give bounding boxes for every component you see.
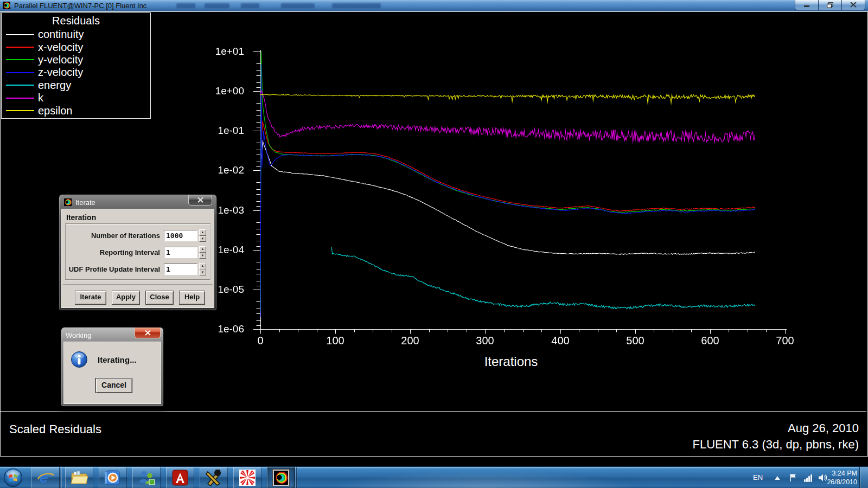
udf-profile-update-interval-label: UDF Profile Update Interval — [69, 265, 160, 273]
working-close-button[interactable] — [135, 328, 161, 338]
spinner: ▲ ▼ — [199, 229, 206, 242]
dialog-separator — [63, 284, 213, 285]
reporting-interval-label: Reporting Interval — [100, 248, 160, 256]
internet-explorer-icon: e — [36, 468, 55, 487]
x-velocity-line-swatch — [6, 47, 34, 48]
continuity-line-swatch — [6, 34, 34, 35]
legend-item: k — [2, 92, 150, 104]
show-desktop-button[interactable] — [859, 467, 868, 488]
reporting-interval-input[interactable] — [164, 247, 197, 258]
dialog-buttons: Iterate Apply Close Help — [62, 290, 214, 305]
fluent-app-icon — [3, 2, 10, 9]
spinner: ▲ ▼ — [199, 246, 206, 259]
close-button[interactable] — [841, 0, 865, 10]
window-title: Parallel FLUENT@WIN7-PC [0] Fluent Inc — [14, 2, 146, 10]
spinner-down-icon[interactable]: ▼ — [199, 269, 206, 276]
show-hidden-icons-button[interactable] — [775, 476, 780, 480]
iterate-button[interactable]: Iterate — [75, 291, 106, 305]
plot-date: Aug 26, 2010 — [788, 421, 859, 435]
x-tick-label: 600 — [688, 335, 732, 347]
y-tick-label: 1e+00 — [179, 85, 244, 97]
legend-item: energy — [2, 79, 150, 92]
epsilon-line-swatch — [6, 110, 34, 111]
legend-item: y-velocity — [2, 54, 150, 66]
adobe-reader-icon — [171, 468, 189, 487]
iterate-dialog-body: Iteration Number of Iterations ▲ ▼ Repor… — [61, 209, 214, 308]
media-player-icon — [104, 468, 122, 487]
solver-version: FLUENT 6.3 (3d, dp, pbns, rke) — [692, 438, 859, 452]
iterate-close-button[interactable] — [188, 195, 212, 206]
legend-item: x-velocity — [2, 41, 150, 53]
working-dialog[interactable]: Working Iterating... Cancel — [61, 327, 164, 407]
spinner-down-icon[interactable]: ▼ — [199, 236, 206, 242]
taskbar-fluent-button[interactable] — [267, 467, 295, 488]
apply-button[interactable]: Apply — [112, 291, 140, 305]
form-row: UDF Profile Update Interval ▲ ▼ — [66, 261, 210, 278]
y-tick-label: 1e-06 — [179, 323, 244, 335]
x-axis-label: Iterations — [457, 354, 565, 369]
window-titlebar[interactable]: Parallel FLUENT@WIN7-PC [0] Fluent Inc — [0, 0, 868, 12]
cancel-button[interactable]: Cancel — [95, 378, 132, 393]
taskbar: e — [0, 466, 868, 488]
language-indicator[interactable]: EN — [753, 473, 763, 481]
clock-date: 26/8/2010 — [820, 478, 857, 486]
taskbar-clock[interactable]: 3:24 PM 26/8/2010 — [820, 469, 857, 486]
window-stack-indicator — [295, 467, 298, 488]
x-tick-label: 400 — [539, 335, 582, 347]
taskbar-windows-explorer-button[interactable] — [65, 467, 93, 488]
number-of-iterations-input[interactable] — [164, 230, 197, 241]
x-tick-label: 100 — [314, 335, 357, 347]
help-button[interactable]: Help — [179, 291, 205, 305]
k-line-swatch — [6, 98, 34, 99]
residuals-plot — [206, 38, 797, 342]
y-tick-label: 1e-01 — [179, 125, 244, 137]
working-message: Iterating... — [98, 355, 137, 364]
iterate-dialog-titlebar[interactable]: Iterate — [63, 197, 95, 207]
iterate-dialog[interactable]: Iterate Iteration Number of Iterations ▲… — [59, 194, 217, 311]
spinner-down-icon[interactable]: ▼ — [199, 253, 206, 259]
y-tick-label: 1e-02 — [179, 164, 244, 176]
plot-title: Scaled Residuals — [9, 422, 101, 436]
window-controls — [795, 0, 865, 10]
taskbar-messenger-button[interactable] — [132, 467, 161, 488]
iteration-groupbox: Number of Iterations ▲ ▼ Reporting Inter… — [65, 223, 210, 280]
windows-logo-icon — [3, 468, 23, 487]
close-icon — [145, 330, 151, 336]
network-signal-icon[interactable] — [804, 474, 813, 482]
spinner-up-icon[interactable]: ▲ — [199, 246, 206, 253]
background-window-title-ghost — [205, 3, 229, 8]
z-velocity-line-swatch — [6, 72, 34, 73]
spinner-up-icon[interactable]: ▲ — [199, 263, 206, 269]
legend-title: Residuals — [2, 15, 150, 27]
starburst-icon — [238, 468, 257, 487]
taskbar-ansys-starburst-button[interactable] — [233, 467, 261, 488]
fluent-icon — [273, 470, 289, 486]
clock-time: 3:24 PM — [820, 469, 857, 478]
taskbar-internet-explorer-button[interactable]: e — [31, 467, 60, 488]
working-dialog-titlebar[interactable]: Working — [66, 330, 91, 340]
close-icon — [850, 2, 857, 8]
restore-button[interactable] — [818, 0, 842, 10]
start-button[interactable] — [3, 468, 23, 487]
energy-line-swatch — [6, 85, 34, 86]
svg-text:e: e — [40, 469, 48, 486]
plot-caption-box: Scaled Residuals Aug 26, 2010 FLUENT 6.3… — [1, 411, 866, 456]
close-button[interactable]: Close — [145, 291, 174, 305]
background-window-title-ghost — [241, 3, 259, 8]
cad-tool-icon — [205, 468, 223, 487]
taskbar-cad-tool-button[interactable] — [200, 467, 228, 488]
spinner-up-icon[interactable]: ▲ — [199, 229, 206, 236]
x-tick-label: 200 — [388, 335, 432, 347]
taskbar-media-player-button[interactable] — [99, 467, 127, 488]
taskbar-adobe-reader-button[interactable] — [166, 467, 194, 488]
iterate-dialog-title: Iterate — [75, 198, 95, 207]
action-center-flag-icon[interactable] — [789, 473, 797, 482]
folder-icon — [70, 468, 88, 487]
messenger-icon — [137, 468, 156, 487]
residuals-legend: Residuals continuity x-velocity y-veloci… — [1, 12, 151, 119]
minimize-button[interactable] — [795, 0, 819, 10]
minimize-icon — [803, 2, 810, 8]
udf-profile-update-interval-input[interactable] — [164, 264, 197, 275]
form-row: Reporting Interval ▲ ▼ — [66, 244, 210, 261]
screen: Parallel FLUENT@WIN7-PC [0] Fluent Inc — [0, 0, 868, 488]
